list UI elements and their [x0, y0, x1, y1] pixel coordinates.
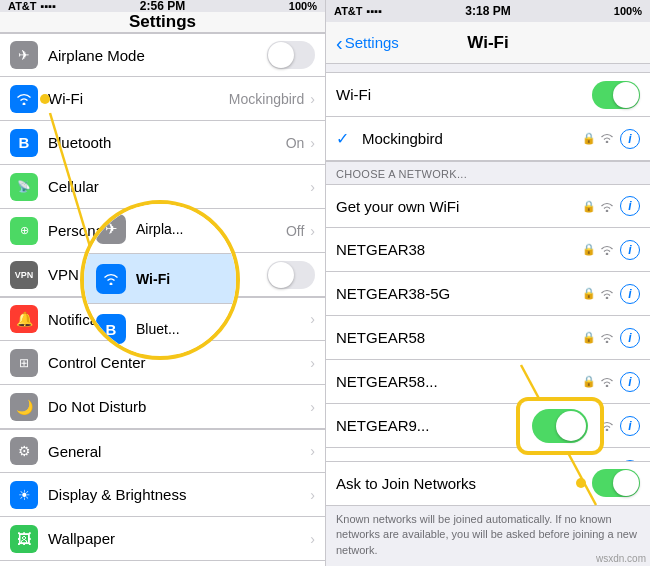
left-panel: AT&T ▪▪▪▪ 2:56 PM 100% Settings ✈ Airpla…	[0, 0, 325, 566]
display-label: Display & Brightness	[48, 486, 310, 503]
bluetooth-label: Bluetooth	[48, 134, 286, 151]
wifi-label: Wi-Fi	[48, 90, 229, 107]
connected-network-row[interactable]: ✓ Mockingbird 🔒 i	[326, 117, 650, 161]
wifi-signal-icon	[600, 131, 614, 146]
control-icon: ⊞	[10, 349, 38, 377]
right-nav-bar: ‹ Settings Wi-Fi	[326, 22, 650, 64]
svg-point-6	[606, 385, 609, 387]
svg-point-7	[606, 429, 609, 431]
right-status-bar: AT&T ▪▪▪▪ 3:18 PM 100%	[326, 0, 650, 22]
lock-icon-netgear38: 🔒	[582, 243, 596, 256]
watermark: wsxdn.com	[596, 553, 646, 564]
vpn-icon: VPN	[10, 261, 38, 289]
wifi-main-toggle[interactable]	[592, 81, 640, 109]
airplane-label: Airplane Mode	[48, 47, 267, 64]
network-row-netgear58[interactable]: NETGEAR58 🔒 i	[326, 316, 650, 360]
hotspot-icon: ⊕	[10, 217, 38, 245]
vpn-toggle[interactable]	[267, 261, 315, 289]
svg-point-2	[606, 209, 609, 211]
info-btn-netgear38[interactable]: i	[620, 240, 640, 260]
info-btn-netgear9[interactable]: i	[620, 416, 640, 436]
settings-group-3: ⚙ General › ☀ Display & Brightness › 🖼 W…	[0, 429, 325, 566]
wifi-toggle-label: Wi-Fi	[336, 86, 592, 103]
left-status-bar: AT&T ▪▪▪▪ 2:56 PM 100%	[0, 0, 325, 12]
bluetooth-icon: B	[10, 129, 38, 157]
zoom-airplane-label: Airpla...	[136, 221, 183, 237]
display-row[interactable]: ☀ Display & Brightness ›	[0, 473, 325, 517]
network-row-netgear58b[interactable]: NETGEAR58... 🔒 i	[326, 360, 650, 404]
zoom-toggle[interactable]	[532, 409, 588, 443]
network-name-getyourown: Get your own WiFi	[336, 198, 582, 215]
network-name-netgear58b: NETGEAR58...	[336, 373, 582, 390]
wallpaper-row[interactable]: 🖼 Wallpaper ›	[0, 517, 325, 561]
airplane-row[interactable]: ✈ Airplane Mode	[0, 33, 325, 77]
info-btn-netgear58[interactable]: i	[620, 328, 640, 348]
zoom-bluetooth-label: Bluet...	[136, 321, 180, 337]
display-icon: ☀	[10, 481, 38, 509]
wallpaper-chevron: ›	[310, 531, 315, 547]
checkmark-icon: ✓	[336, 129, 356, 148]
zoom-circle-left: ✈ Airpla... Wi-Fi B Bluet...	[80, 200, 240, 360]
network-row-netgear9[interactable]: NETGEAR9... 🔒 i	[326, 404, 650, 448]
general-row[interactable]: ⚙ General ›	[0, 429, 325, 473]
wallpaper-icon: 🖼	[10, 525, 38, 553]
lock-icon-netgear38-5g: 🔒	[582, 287, 596, 300]
svg-point-4	[606, 297, 609, 299]
right-carrier: AT&T	[334, 5, 363, 17]
network-row-netgear38[interactable]: NETGEAR38 🔒 i	[326, 228, 650, 272]
ask-join-toggle[interactable]	[592, 469, 640, 497]
general-icon: ⚙	[10, 437, 38, 465]
airplane-toggle[interactable]	[267, 41, 315, 69]
wifi-value: Mockingbird	[229, 91, 304, 107]
zoom-toggle-container	[520, 401, 600, 451]
right-battery: 100%	[614, 5, 642, 17]
wallpaper-label: Wallpaper	[48, 530, 310, 547]
connected-network-name: Mockingbird	[362, 130, 582, 147]
network-row-netgear38-5g[interactable]: NETGEAR38-5G 🔒 i	[326, 272, 650, 316]
cellular-chevron: ›	[310, 179, 315, 195]
right-time: 3:18 PM	[465, 4, 510, 18]
svg-point-5	[606, 341, 609, 343]
wifi-section: Wi-Fi ✓ Mockingbird 🔒 i	[326, 72, 650, 162]
zoom-wifi-label: Wi-Fi	[136, 271, 170, 287]
zoom-wifi-row: Wi-Fi	[84, 254, 236, 304]
lock-icon-netgear58: 🔒	[582, 331, 596, 344]
hotspot-chevron: ›	[310, 223, 315, 239]
wifi-chevron: ›	[310, 91, 315, 107]
left-carrier: AT&T	[8, 0, 37, 12]
back-label: Settings	[345, 34, 399, 51]
ask-join-dot	[576, 478, 586, 488]
network-icons-netgear38: 🔒	[582, 243, 614, 256]
back-button[interactable]: ‹ Settings	[336, 33, 399, 53]
connected-info-btn[interactable]: i	[620, 129, 640, 149]
network-name-netgear58: NETGEAR58	[336, 329, 582, 346]
wifi-row[interactable]: Wi-Fi Mockingbird ›	[0, 77, 325, 121]
network-row-getyourown[interactable]: Get your own WiFi 🔒 i	[326, 184, 650, 228]
network-name-netgear38-5g: NETGEAR38-5G	[336, 285, 582, 302]
donotdisturb-label: Do Not Disturb	[48, 398, 310, 415]
network-name-netgear38: NETGEAR38	[336, 241, 582, 258]
general-label: General	[48, 443, 310, 460]
right-title: Wi-Fi	[467, 33, 508, 53]
lock-icon: 🔒	[582, 132, 596, 145]
info-btn-getyourown[interactable]: i	[620, 196, 640, 216]
info-btn-netgear58b[interactable]: i	[620, 372, 640, 392]
lock-icon-netgear58b: 🔒	[582, 375, 596, 388]
network-name-netgear9: NETGEAR9...	[336, 417, 492, 434]
donotdisturb-row[interactable]: 🌙 Do Not Disturb ›	[0, 385, 325, 429]
bluetooth-value: On	[286, 135, 305, 151]
top-spacer	[326, 64, 650, 72]
left-time: 2:56 PM	[140, 0, 185, 13]
cellular-label: Cellular	[48, 178, 310, 195]
display-chevron: ›	[310, 487, 315, 503]
network-icons-netgear58: 🔒	[582, 331, 614, 344]
sounds-row[interactable]: 🔊 Sounds & Haptics ›	[0, 561, 325, 566]
ask-join-row[interactable]: Ask to Join Networks	[326, 462, 650, 506]
left-battery: 100%	[289, 0, 317, 12]
lock-icon-getyourown: 🔒	[582, 200, 596, 213]
wifi-toggle-row[interactable]: Wi-Fi	[326, 73, 650, 117]
bluetooth-row[interactable]: B Bluetooth On ›	[0, 121, 325, 165]
info-btn-netgear38-5g[interactable]: i	[620, 284, 640, 304]
left-nav-bar: Settings	[0, 12, 325, 33]
ask-join-section: Ask to Join Networks Known networks will…	[326, 461, 650, 566]
